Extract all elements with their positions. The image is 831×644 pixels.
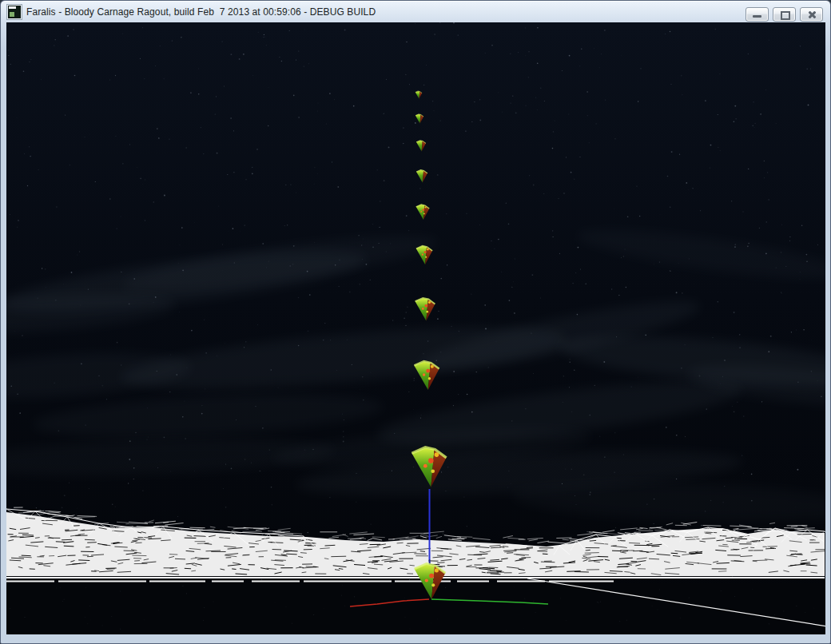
maximize-button[interactable] [773, 7, 796, 22]
maximize-icon [781, 11, 790, 20]
minimize-icon [753, 15, 761, 18]
titlebar[interactable]: Faralis - Bloody Carnage Ragout, build F… [1, 1, 830, 22]
app-icon [7, 5, 22, 19]
app-window: Faralis - Bloody Carnage Ragout, build F… [0, 0, 831, 644]
minimize-button[interactable] [746, 7, 769, 22]
window-controls [746, 7, 823, 22]
window-title: Faralis - Bloody Carnage Ragout, build F… [26, 6, 376, 18]
close-icon [807, 10, 817, 19]
game-viewport[interactable] [6, 22, 825, 634]
3d-scene-canvas [6, 22, 825, 634]
close-button[interactable] [800, 7, 823, 22]
foreground-ground [6, 582, 825, 634]
